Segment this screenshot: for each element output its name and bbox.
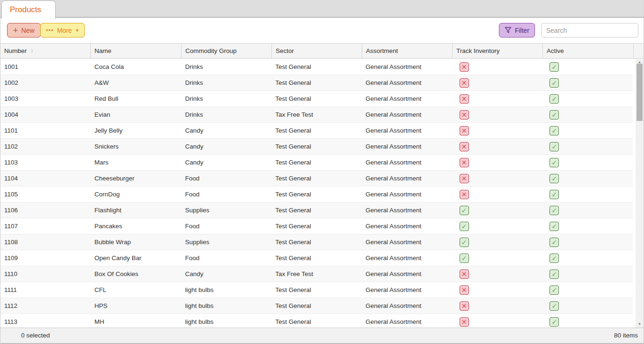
checkmark-icon: ✓ [549, 317, 559, 327]
checkmark-icon: ✓ [460, 206, 469, 215]
column-header-track-inventory[interactable]: Track Inventory [453, 44, 543, 58]
cross-icon: ✕ [460, 110, 469, 120]
cell-name: A&W [91, 75, 182, 90]
column-header-label: Active [547, 47, 564, 54]
checkmark-icon: ✓ [549, 254, 559, 263]
cell-number: 1107 [0, 218, 91, 234]
checkmark-icon: ✓ [549, 222, 559, 231]
table-row[interactable]: 1113MHlight bulbsTest GeneralGeneral Ass… [0, 314, 633, 328]
cell-number: 1002 [0, 75, 91, 90]
cell-assortment: General Assortment [362, 187, 452, 202]
cell-active: ✓ [542, 75, 633, 90]
table-row[interactable]: 1101Jelly BellyCandyTest GeneralGeneral … [0, 123, 633, 139]
column-header-label: Sector [276, 47, 294, 54]
cross-icon: ✕ [460, 62, 469, 72]
table-row[interactable]: 1105CornDogFoodTest GeneralGeneral Assor… [0, 187, 633, 202]
cell-sector: Test General [271, 155, 362, 170]
cell-assortment: General Assortment [362, 123, 452, 138]
table-row[interactable]: 1106FlashlightSuppliesTest GeneralGenera… [0, 202, 633, 218]
checkmark-icon: ✓ [549, 285, 559, 295]
table-row[interactable]: 1104CheeseburgerFoodTest GeneralGeneral … [0, 171, 633, 187]
cell-track-inventory: ✕ [452, 75, 542, 90]
vertical-scrollbar[interactable]: ▲ ▼ [636, 59, 644, 328]
table-row[interactable]: 1111CFLlight bulbsTest GeneralGeneral As… [0, 282, 633, 298]
cell-active: ✓ [542, 187, 633, 202]
cell-track-inventory: ✕ [452, 155, 542, 170]
cross-icon: ✕ [460, 126, 469, 135]
table-row[interactable]: 1112HPSlight bulbsTest GeneralGeneral As… [0, 298, 633, 314]
tab-products[interactable]: Products [1, 0, 56, 19]
cell-commodity-group: Candy [181, 155, 271, 170]
cell-name: CornDog [91, 187, 182, 202]
cell-active: ✓ [542, 123, 633, 138]
table-row[interactable]: 1001Coca ColaDrinksTest GeneralGeneral A… [0, 59, 633, 75]
table-row[interactable]: 1003Red BullDrinksTest GeneralGeneral As… [0, 91, 633, 107]
cell-name: HPS [91, 298, 182, 314]
cell-sector: Test General [271, 59, 362, 75]
cell-assortment: General Assortment [362, 266, 452, 282]
new-button-label: New [22, 27, 35, 34]
column-header-commodity-group[interactable]: Commodity Group [182, 44, 272, 58]
table-row[interactable]: 1108Bubble WrapSuppliesTest GeneralGener… [0, 234, 633, 250]
cell-assortment: General Assortment [362, 59, 452, 75]
checkmark-icon: ✓ [549, 238, 559, 247]
column-header-name[interactable]: Name [91, 44, 182, 58]
status-bar: 0 selected 80 items [0, 328, 644, 344]
checkmark-icon: ✓ [549, 142, 559, 151]
cell-number: 1102 [0, 139, 91, 154]
column-header-assortment[interactable]: Assortment [362, 44, 453, 58]
cell-track-inventory: ✓ [452, 250, 542, 266]
cell-sector: Test General [271, 218, 362, 234]
plus-icon: + [13, 26, 18, 35]
cell-commodity-group: Candy [181, 123, 271, 138]
cell-active: ✓ [542, 266, 633, 282]
cell-sector: Test General [271, 75, 362, 90]
more-button[interactable]: ••• More ▼ [40, 23, 85, 37]
column-header-label: Number [4, 47, 27, 54]
cross-icon: ✕ [460, 78, 469, 88]
column-header-number[interactable]: Number↑ [0, 44, 91, 58]
cell-name: Open Candy Bar [91, 250, 182, 266]
items-count: 80 items [614, 328, 638, 343]
table-row[interactable]: 1002A&WDrinksTest GeneralGeneral Assortm… [0, 75, 633, 91]
cell-name: Box Of Cookies [91, 266, 182, 282]
table-row[interactable]: 1107PancakesFoodTest GeneralGeneral Asso… [0, 218, 633, 234]
table-row[interactable]: 1004EvianDrinksTax Free TestGeneral Asso… [0, 107, 633, 123]
new-button[interactable]: + New [7, 23, 41, 37]
scrollbar-down-arrow-icon[interactable]: ▼ [636, 321, 644, 328]
cell-number: 1108 [0, 234, 91, 250]
cell-number: 1004 [0, 107, 91, 122]
column-header-active[interactable]: Active [543, 44, 634, 58]
cell-assortment: General Assortment [362, 250, 452, 266]
checkmark-icon: ✓ [549, 301, 559, 311]
column-header-label: Name [95, 47, 111, 54]
cell-active: ✓ [542, 298, 633, 314]
cell-track-inventory: ✕ [452, 123, 542, 138]
cell-commodity-group: light bulbs [181, 314, 271, 328]
ellipsis-icon: ••• [46, 27, 54, 34]
table-row[interactable]: 1102SnickersCandyTest GeneralGeneral Ass… [0, 139, 633, 155]
scrollbar-thumb[interactable] [637, 64, 643, 121]
search-input[interactable] [541, 23, 638, 37]
cell-number: 1106 [0, 202, 91, 218]
cell-number: 1105 [0, 187, 91, 202]
cell-track-inventory: ✓ [452, 218, 542, 234]
filter-button[interactable]: Filter [499, 23, 535, 37]
cell-active: ✓ [542, 155, 633, 170]
checkmark-icon: ✓ [549, 269, 559, 279]
cell-assortment: General Assortment [362, 234, 452, 250]
cell-number: 1113 [0, 314, 91, 328]
cell-name: Cheeseburger [91, 171, 182, 186]
cross-icon: ✕ [460, 94, 469, 104]
table-row[interactable]: 1110Box Of CookiesCandyTax Free TestGene… [0, 266, 633, 282]
cell-number: 1111 [0, 282, 91, 298]
tab-bar: Products [0, 0, 644, 18]
cell-number: 1001 [0, 59, 91, 75]
checkmark-icon: ✓ [460, 222, 469, 231]
cell-sector: Test General [271, 202, 362, 218]
column-header-sector[interactable]: Sector [272, 44, 362, 58]
table-row[interactable]: 1103MarsCandyTest GeneralGeneral Assortm… [0, 155, 633, 171]
cell-active: ✓ [542, 218, 633, 234]
cell-sector: Test General [271, 171, 362, 186]
table-row[interactable]: 1109Open Candy BarFoodTest GeneralGenera… [0, 250, 633, 266]
